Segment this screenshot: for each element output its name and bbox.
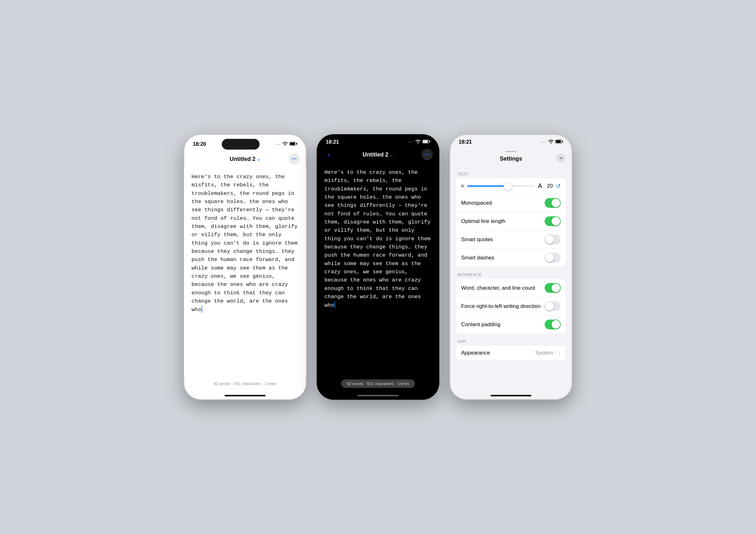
drag-handle: [505, 151, 517, 152]
slider-fill: [467, 186, 508, 187]
text-content-1: Here's to the crazy ones, the misfits, t…: [184, 168, 306, 376]
battery-icon-2: [422, 139, 430, 145]
nav-title-2[interactable]: Untitled 2 ⌄: [363, 151, 393, 158]
home-bar-1: [225, 395, 265, 396]
word-count-1: 92 words · 501 characters · 1 lines: [208, 379, 282, 388]
smart-dashes-row[interactable]: Smart dashes: [456, 249, 566, 267]
smart-dashes-toggle[interactable]: [545, 253, 561, 263]
monospaced-label: Monospaced: [461, 200, 492, 206]
signal-icon-3: ····: [541, 140, 547, 144]
svg-rect-8: [562, 141, 563, 142]
more-icon-1: •••: [292, 157, 297, 161]
monospaced-toggle-knob: [552, 199, 560, 207]
rtl-toggle[interactable]: [545, 301, 561, 311]
battery-icon-3: [555, 139, 563, 145]
phone-1: 18:20 ···· Untitled 2 ⌄ ••• Here's to th…: [184, 134, 307, 400]
close-button[interactable]: ✕: [556, 153, 566, 163]
title-chevron-2: ⌄: [390, 152, 393, 157]
font-size-large-a: A: [538, 182, 542, 190]
content-padding-toggle-knob: [552, 320, 560, 329]
font-size-reset-button[interactable]: ↺: [556, 183, 561, 190]
settings-title: Settings: [466, 156, 556, 162]
appearance-value: System ⌃⌄: [535, 350, 561, 356]
font-size-row[interactable]: A A 20 ↺: [456, 178, 566, 194]
appearance-current-value: System: [535, 350, 553, 356]
smart-quotes-row[interactable]: Smart quotes: [456, 230, 566, 249]
font-size-slider[interactable]: [467, 186, 535, 187]
word-count-toggle-knob: [552, 284, 560, 292]
font-size-value: 20: [545, 183, 553, 189]
word-count-toggle[interactable]: [545, 283, 561, 293]
nav-bar-1: Untitled 2 ⌄ •••: [184, 152, 306, 168]
close-icon: ✕: [559, 156, 563, 161]
status-icons-3: ····: [541, 139, 563, 145]
more-icon-2: •••: [425, 152, 430, 157]
smart-quotes-toggle[interactable]: [545, 235, 561, 244]
status-bar-1: 18:20 ····: [184, 135, 306, 152]
settings-header: Settings ✕: [450, 148, 572, 166]
word-count-label: Word, character, and line count: [461, 285, 535, 291]
battery-icon-1: [289, 141, 297, 147]
content-padding-label: Content padding: [461, 321, 500, 328]
rtl-label: Force right-to-left writing direction: [461, 303, 541, 310]
optimal-line-length-toggle[interactable]: [545, 216, 561, 226]
signal-icon-1: ····: [275, 142, 281, 146]
home-bar-3: [491, 395, 531, 396]
content-padding-row[interactable]: Content padding: [456, 316, 566, 333]
smart-quotes-toggle-knob: [545, 235, 554, 244]
section-label-app: APP: [456, 334, 566, 346]
status-bar-2: 18:21 ····: [317, 135, 439, 148]
signal-icon-2: ····: [408, 140, 414, 144]
wifi-icon-3: [549, 139, 554, 145]
back-button-2[interactable]: ‹: [323, 149, 335, 160]
home-indicator-1: [184, 392, 306, 399]
optimal-line-length-toggle-knob: [552, 217, 560, 225]
text-cursor-2: [335, 302, 335, 308]
status-time-3: 18:21: [459, 139, 472, 145]
appearance-chevron-icon: ⌃⌄: [554, 351, 561, 355]
content-padding-toggle[interactable]: [545, 319, 561, 329]
doc-title-1: Untitled 2: [230, 156, 256, 163]
smart-quotes-label: Smart quotes: [461, 237, 493, 243]
home-indicator-3: [450, 392, 572, 399]
slider-thumb[interactable]: [504, 182, 512, 190]
interface-settings-card: Word, character, and line count Force ri…: [456, 279, 566, 333]
settings-content: TEXT A A 20 ↺ Monospaced: [450, 166, 572, 392]
status-bar-3: 18:21 ····: [450, 135, 572, 148]
wifi-icon-1: [283, 141, 287, 147]
optimal-line-length-label: Optimal line length: [461, 218, 505, 224]
body-text-2: Here's to the crazy ones, the misfits, t…: [324, 169, 431, 308]
doc-title-2: Untitled 2: [363, 151, 389, 158]
more-button-1[interactable]: •••: [288, 153, 300, 165]
more-button-2[interactable]: •••: [421, 149, 433, 160]
svg-rect-4: [423, 140, 428, 143]
section-label-text: TEXT: [456, 166, 566, 178]
body-text-1: Here's to the crazy ones, the misfits, t…: [192, 174, 298, 313]
text-cursor-1: [202, 306, 202, 312]
smart-dashes-toggle-knob: [545, 253, 554, 262]
rtl-toggle-knob: [545, 302, 554, 311]
word-count-2: 92 words · 501 characters · 1 lines: [341, 379, 415, 388]
text-settings-card: A A 20 ↺ Monospaced Optimal line length: [456, 178, 566, 267]
text-content-2: Here's to the crazy ones, the misfits, t…: [317, 164, 439, 376]
wifi-icon-2: [416, 139, 420, 145]
status-time-2: 18:21: [326, 139, 339, 145]
rtl-row[interactable]: Force right-to-left writing direction: [456, 297, 566, 316]
word-count-row[interactable]: Word, character, and line count: [456, 279, 566, 297]
svg-rect-7: [556, 140, 561, 143]
word-count-bar-1: 92 words · 501 characters · 1 lines: [184, 376, 306, 392]
monospaced-toggle[interactable]: [545, 198, 561, 208]
word-count-bar-2: 92 words · 501 characters · 1 lines: [317, 376, 439, 392]
status-time-1: 18:20: [193, 141, 206, 147]
font-size-small-a: A: [461, 184, 464, 188]
svg-rect-5: [429, 141, 430, 142]
app-settings-card: Appearance System ⌃⌄: [456, 346, 566, 360]
section-label-interface: INTERFACE: [456, 267, 566, 279]
appearance-row[interactable]: Appearance System ⌃⌄: [456, 346, 566, 360]
nav-bar-2: ‹ Untitled 2 ⌄ •••: [317, 148, 439, 164]
optimal-line-length-row[interactable]: Optimal line length: [456, 212, 566, 230]
nav-title-1[interactable]: Untitled 2 ⌄: [230, 156, 260, 163]
phone-3: 18:21 ···· Settings ✕ TEXT A: [449, 134, 572, 400]
monospaced-row[interactable]: Monospaced: [456, 194, 566, 212]
status-icons-2: ····: [408, 139, 430, 145]
